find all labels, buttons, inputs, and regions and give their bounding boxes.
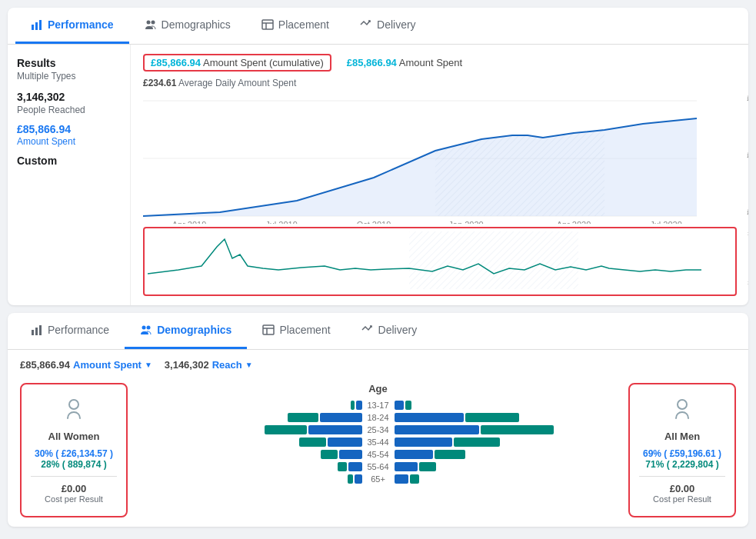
tab-demographics-top-label: Demographics (162, 18, 231, 31)
age-label: 65+ (367, 474, 390, 484)
svg-rect-5 (262, 20, 273, 29)
custom-label: Custom (17, 155, 121, 167)
bar-right-teal (481, 425, 554, 434)
svg-rect-0 (32, 25, 34, 30)
mini-chart-svg (148, 231, 732, 289)
men-card: All Men 69% ( £59,196.61 ) 71% ( 2,229,8… (628, 383, 736, 517)
bars-left (135, 438, 362, 447)
age-row: 25-34 (135, 425, 621, 434)
svg-rect-23 (263, 325, 274, 334)
svg-point-22 (147, 326, 151, 330)
mini-y-label-0: £0 (748, 278, 748, 286)
reach-filter-value: 3,146,302 (165, 359, 209, 371)
tab-demographics-bottom[interactable]: Demographics (125, 313, 247, 349)
bar-right-teal (410, 474, 419, 484)
amount-spent-chart-label: Amount Spent (399, 57, 462, 68)
bars-right (395, 401, 621, 410)
women-card: All Women 30% ( £26,134.57 ) 28% ( 889,8… (20, 383, 128, 517)
age-label: 45-54 (367, 450, 390, 459)
svg-point-26 (69, 400, 78, 409)
top-tabs: Performance Demographics Placement Deliv… (8, 8, 748, 45)
bar-left-teal (288, 413, 318, 422)
men-icon (639, 397, 725, 426)
bar-right-teal (454, 438, 500, 447)
men-cost: £0.00 (639, 483, 725, 494)
cumulative-value: £85,866.94 (151, 57, 201, 68)
svg-text:Jul 2019: Jul 2019 (265, 220, 298, 224)
bar-right-teal (419, 462, 436, 471)
main-chart-y-labels: £100K £50.0K £0 (747, 93, 748, 216)
tab-delivery-bottom-label: Delivery (378, 324, 418, 336)
bar-right-teal (435, 450, 465, 459)
people-reached-label: People Reached (17, 105, 121, 115)
men-pct2: 71% ( 2,229,804 ) (639, 459, 725, 470)
bar-right-teal (405, 401, 411, 410)
amount-spent-label: Amount Spent (17, 136, 121, 147)
bar-left-blue (320, 413, 362, 422)
bar-right-blue (395, 401, 404, 410)
age-bars: 13-17 18-24 25-34 (135, 401, 621, 484)
age-chart-wrapper: Age 13-17 18-24 (135, 383, 621, 484)
tab-performance-top-label: Performance (48, 18, 114, 31)
svg-point-4 (151, 21, 155, 25)
tab-placement-top-label: Placement (278, 18, 329, 31)
age-row: 13-17 (135, 401, 621, 410)
top-panel-content: Results Multiple Types 3,146,302 People … (8, 45, 748, 305)
top-sidebar: Results Multiple Types 3,146,302 People … (8, 45, 131, 305)
svg-rect-1 (35, 22, 38, 30)
mini-y-label-2k: £2.00K (748, 228, 748, 237)
svg-text:Apr 2020: Apr 2020 (557, 220, 591, 224)
men-pct1: 69% ( £59,196.61 ) (639, 448, 725, 459)
women-pct1: 30% ( £26,134.57 ) (31, 448, 117, 459)
bars-left (135, 425, 362, 434)
main-chart-wrapper: Apr 2019 Jul 2019 Oct 2019 Jan 2020 Apr … (143, 93, 737, 224)
svg-rect-20 (39, 325, 42, 335)
tab-demographics-bottom-label: Demographics (157, 324, 231, 336)
tab-delivery-bottom[interactable]: Delivery (346, 313, 433, 349)
bars-right (395, 462, 621, 471)
avg-daily-row: £234.61 Average Daily Amount Spent (143, 78, 748, 88)
mini-chart-y-labels: £2.00K £0 (748, 228, 748, 286)
men-divider (639, 476, 725, 477)
bars-right (395, 438, 621, 447)
svg-rect-18 (32, 330, 34, 335)
age-row: 55-64 (135, 462, 621, 471)
tab-performance-bottom[interactable]: Performance (15, 313, 125, 349)
reach-filter-label: Reach (212, 359, 242, 371)
cumulative-label: Amount Spent (cumulative) (203, 57, 324, 68)
tab-delivery-top[interactable]: Delivery (345, 8, 431, 44)
bar-left-teal (265, 425, 307, 434)
bar-left-teal (321, 450, 338, 459)
age-label: 18-24 (367, 413, 390, 422)
main-chart-svg: Apr 2019 Jul 2019 Oct 2019 Jan 2020 Apr … (143, 93, 728, 224)
women-cost: £0.00 (31, 483, 117, 494)
tab-placement-bottom[interactable]: Placement (247, 313, 345, 349)
age-row: 65+ (135, 474, 621, 484)
tab-demographics-top[interactable]: Demographics (129, 8, 246, 44)
cumulative-metric-box: £85,866.94 Amount Spent (cumulative) (143, 54, 331, 72)
women-cost-label: Cost per Result (31, 494, 117, 504)
bars-left (135, 401, 362, 410)
bar-right-blue (395, 425, 479, 434)
age-row: 45-54 (135, 450, 621, 459)
bar-right-blue (395, 438, 452, 447)
bars-right (395, 413, 621, 422)
tab-performance-top[interactable]: Performance (15, 8, 129, 44)
age-chart-title: Age (135, 383, 621, 394)
amount-spent-filter-value: £85,866.94 (20, 359, 70, 371)
avg-daily-value: £234.61 (143, 78, 176, 88)
svg-text:Jan 2020: Jan 2020 (448, 220, 483, 224)
reach-filter[interactable]: 3,146,302 Reach ▼ (165, 359, 253, 371)
bar-left-blue (308, 425, 362, 434)
bottom-tabs: Performance Demographics Placement Deliv… (8, 313, 748, 350)
top-chart-area: £85,866.94 Amount Spent (cumulative) £85… (131, 45, 748, 305)
age-row: 35-44 (135, 438, 621, 447)
bars-left (135, 462, 362, 471)
bar-right-blue (395, 462, 418, 471)
bars-right (395, 425, 621, 434)
tab-placement-top[interactable]: Placement (246, 8, 345, 44)
amount-spent-filter[interactable]: £85,866.94 Amount Spent ▼ (20, 359, 152, 371)
svg-rect-2 (39, 20, 42, 30)
tab-placement-bottom-label: Placement (279, 324, 330, 336)
women-divider (31, 476, 117, 477)
